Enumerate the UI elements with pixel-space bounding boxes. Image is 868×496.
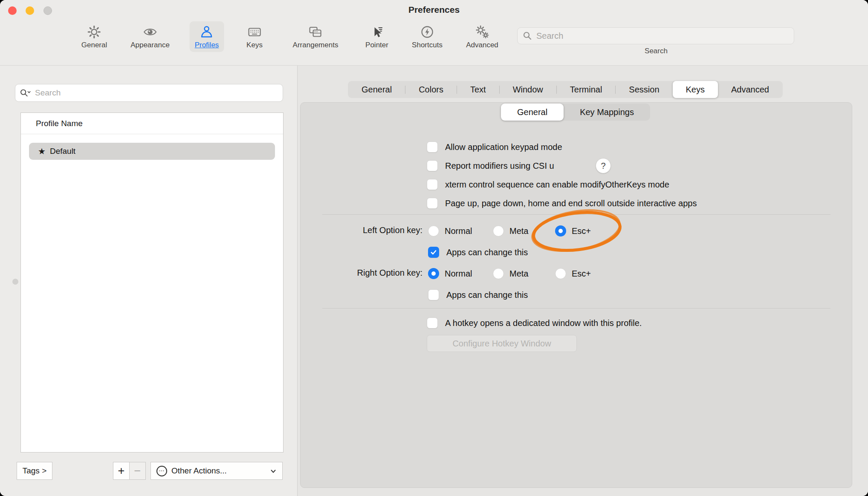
ellipsis-circle-icon: ⋯ — [156, 466, 167, 476]
toolbar-item-arrangements[interactable]: Arrangements — [288, 21, 344, 52]
profile-row-default[interactable]: ★ Default — [29, 143, 275, 160]
apps-can-change-row-right: Apps can change this — [428, 289, 528, 300]
person-icon — [200, 25, 214, 39]
profile-tab-bar: General Colors Text Window Terminal Sess… — [348, 81, 783, 98]
toolbar-item-shortcuts[interactable]: Shortcuts — [407, 21, 448, 52]
toolbar-label-appearance: Appearance — [130, 41, 170, 49]
radio-left-normal[interactable] — [428, 225, 439, 236]
add-remove-group: + − — [113, 462, 146, 480]
profile-list-header: Profile Name — [21, 113, 283, 134]
toolbar-item-appearance[interactable]: Appearance — [125, 21, 175, 52]
checkbox-label: Apps can change this — [446, 248, 528, 257]
tags-button[interactable]: Tags > — [17, 462, 52, 480]
checkbox-keypad[interactable] — [427, 141, 438, 153]
radio-label: Normal — [445, 269, 472, 279]
checkbox-row-modify-other-keys: xterm control sequence can enable modify… — [427, 179, 669, 190]
checkbox-label: A hotkey opens a dedicated window with t… — [445, 318, 642, 328]
radio-left-esc-selected[interactable] — [555, 225, 566, 236]
gears-icon — [475, 25, 489, 39]
radio-label: Esc+ — [572, 269, 591, 279]
radio-label: Meta — [509, 269, 528, 279]
divider — [322, 214, 830, 215]
tab-colors[interactable]: Colors — [405, 81, 457, 98]
tab-text[interactable]: Text — [457, 81, 499, 98]
keys-subtab-bar: General Key Mappings — [501, 104, 650, 121]
left-option-normal[interactable]: Normal — [428, 225, 472, 236]
right-option-meta[interactable]: Meta — [493, 268, 528, 279]
right-option-key-label: Right Option key: — [315, 268, 422, 278]
other-actions-dropdown[interactable]: ⋯ Other Actions... — [150, 462, 283, 480]
toolbar-search-caption: Search — [613, 47, 699, 55]
right-option-normal[interactable]: Normal — [428, 268, 472, 279]
radio-right-normal-selected[interactable] — [428, 268, 439, 279]
chevron-down-icon — [270, 468, 277, 475]
toolbar-label-advanced: Advanced — [466, 41, 498, 49]
checkbox-row-page-scroll: Page up, page down, home and end scroll … — [427, 198, 697, 209]
checkbox-label: Page up, page down, home and end scroll … — [445, 199, 697, 208]
preferences-window: Preferences General Appearance — [0, 0, 868, 496]
toolbar-label-shortcuts: Shortcuts — [412, 41, 443, 49]
radio-label: Meta — [509, 226, 528, 236]
toolbar-label-arrangements: Arrangements — [293, 41, 339, 49]
tab-general[interactable]: General — [348, 81, 405, 98]
radio-left-meta[interactable] — [493, 225, 504, 236]
apps-can-change-row-left: Apps can change this — [428, 247, 528, 258]
profile-name: Default — [50, 147, 75, 156]
toolbar-item-pointer[interactable]: Pointer — [360, 21, 393, 52]
other-actions-label: Other Actions... — [171, 466, 227, 476]
tab-keys[interactable]: Keys — [673, 81, 718, 98]
checkbox-page-scroll[interactable] — [427, 198, 438, 209]
configure-hotkey-window-button[interactable]: Configure Hotkey Window — [427, 335, 577, 352]
tab-advanced[interactable]: Advanced — [718, 81, 782, 98]
remove-profile-button[interactable]: − — [130, 462, 146, 480]
toolbar-label-pointer: Pointer — [365, 41, 388, 49]
profile-list: Profile Name ★ Default — [20, 112, 284, 453]
radio-right-meta[interactable] — [493, 268, 504, 279]
tab-session[interactable]: Session — [616, 81, 672, 98]
checkbox-hotkey-window[interactable] — [427, 317, 438, 329]
checkbox-label: xterm control sequence can enable modify… — [445, 180, 669, 190]
checkbox-label: Allow application keypad mode — [445, 142, 562, 152]
checkbox-apps-change-left-checked[interactable] — [428, 247, 439, 258]
subtab-general[interactable]: General — [501, 104, 564, 121]
search-with-menu-icon — [20, 88, 31, 98]
toolbar-search-field[interactable] — [517, 27, 794, 44]
title-bar: Preferences General Appearance — [0, 0, 868, 66]
keys-content-box — [300, 102, 852, 488]
cursor-icon — [370, 25, 384, 39]
left-option-esc[interactable]: Esc+ — [555, 225, 591, 236]
radio-label: Esc+ — [572, 226, 591, 236]
keyboard-icon — [247, 25, 262, 39]
toolbar-item-keys[interactable]: Keys — [241, 21, 268, 52]
toolbar-item-advanced[interactable]: Advanced — [461, 21, 503, 52]
toolbar-item-profiles[interactable]: Profiles — [190, 21, 224, 52]
right-option-esc[interactable]: Esc+ — [555, 268, 591, 279]
radio-right-esc[interactable] — [555, 268, 566, 279]
subtab-key-mappings[interactable]: Key Mappings — [564, 104, 650, 121]
toolbar-search-input[interactable] — [535, 31, 789, 41]
divider — [322, 308, 830, 309]
checkbox-modify-other-keys[interactable] — [427, 179, 438, 190]
help-button[interactable]: ? — [596, 158, 611, 173]
checkbox-row-csi-u: Report modifiers using CSI u — [427, 160, 554, 171]
star-icon: ★ — [38, 146, 46, 156]
check-icon — [430, 249, 437, 256]
profiles-sidebar: Profile Name ★ Default Tags > + − ⋯ Othe… — [0, 66, 297, 496]
windows-icon — [308, 25, 323, 39]
tab-terminal[interactable]: Terminal — [557, 81, 616, 98]
checkbox-label: Report modifiers using CSI u — [445, 161, 554, 171]
checkbox-label: Apps can change this — [446, 290, 528, 300]
eye-icon — [143, 25, 157, 39]
checkbox-row-keypad: Allow application keypad mode — [427, 141, 562, 153]
toolbar-item-general[interactable]: General — [76, 21, 112, 52]
checkbox-csi-u[interactable] — [427, 160, 438, 171]
hotkey-checkbox-row: A hotkey opens a dedicated window with t… — [427, 317, 642, 329]
profile-settings-pane: General Colors Text Window Terminal Sess… — [297, 66, 868, 496]
checkbox-apps-change-right[interactable] — [428, 289, 439, 300]
add-profile-button[interactable]: + — [113, 462, 130, 480]
profile-search-field[interactable] — [15, 84, 283, 102]
splitter-handle-dot[interactable] — [12, 279, 18, 285]
profile-search-input[interactable] — [34, 88, 278, 98]
tab-window[interactable]: Window — [500, 81, 556, 98]
left-option-meta[interactable]: Meta — [493, 225, 528, 236]
